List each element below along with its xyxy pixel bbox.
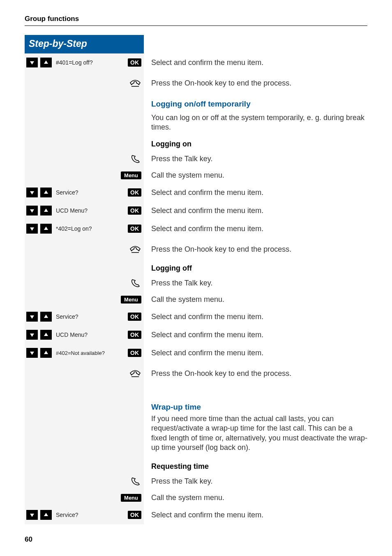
menu-item-label: UCD Menu?: [54, 331, 125, 338]
up-arrow-icon[interactable]: [40, 510, 52, 520]
left-row: [25, 473, 144, 489]
on-hook-icon[interactable]: [128, 245, 141, 254]
step-description: Press the Talk key.: [151, 154, 212, 164]
left-row: Service? OK: [25, 308, 144, 326]
step-description: Select and confirm the menu item.: [151, 510, 263, 520]
subsection-heading: Logging on/off temporarily: [151, 100, 251, 109]
step-description: Press the Talk key.: [151, 278, 212, 288]
two-column-layout: Step-by-Step #401=Log off? OK: [25, 35, 367, 524]
menu-item-label: UCD Menu?: [54, 207, 125, 214]
left-column: Step-by-Step #401=Log off? OK: [25, 35, 144, 524]
up-arrow-icon[interactable]: [40, 224, 52, 234]
step-description: Select and confirm the menu item.: [151, 206, 263, 215]
step-description: Call the system menu.: [151, 295, 224, 304]
menu-button[interactable]: Menu: [121, 296, 141, 303]
spacer: [25, 261, 144, 275]
step-by-step-title: Step-by-Step: [25, 35, 144, 53]
down-arrow-icon[interactable]: [26, 188, 38, 197]
talk-icon[interactable]: [128, 154, 141, 163]
step-description: Press the On-hook key to end the process…: [151, 79, 291, 88]
bold-heading: Requesting time: [151, 462, 209, 471]
page: Group functions Step-by-Step #401=Log of…: [0, 0, 392, 556]
section-header: Group functions: [25, 15, 367, 26]
menu-item-label: Service?: [54, 313, 125, 320]
left-row: *402=Log on? OK: [25, 220, 144, 238]
up-arrow-icon[interactable]: [40, 348, 52, 358]
talk-icon[interactable]: [128, 477, 141, 486]
talk-icon[interactable]: [128, 278, 141, 287]
on-hook-icon[interactable]: [128, 79, 141, 88]
step-description: Select and confirm the menu item.: [151, 312, 263, 322]
up-arrow-icon[interactable]: [40, 58, 52, 67]
left-row: Menu: [25, 489, 144, 506]
up-arrow-icon[interactable]: [40, 312, 52, 322]
up-arrow-icon[interactable]: [40, 188, 52, 197]
bold-heading: Logging off: [151, 264, 192, 273]
left-row: #402=Not available? OK: [25, 344, 144, 362]
menu-item-label: #402=Not available?: [54, 350, 125, 356]
down-arrow-icon[interactable]: [26, 224, 38, 234]
subsection-heading: Wrap-up time: [151, 403, 201, 412]
down-arrow-icon[interactable]: [26, 510, 38, 520]
bold-heading: Logging on: [151, 140, 191, 148]
spacer: [25, 459, 144, 473]
left-row: Menu: [25, 167, 144, 183]
step-description: Press the On-hook key to end the process…: [151, 245, 291, 254]
left-row: Service? OK: [25, 506, 144, 524]
menu-button[interactable]: Menu: [121, 494, 141, 502]
spacer: [25, 113, 144, 137]
ok-button[interactable]: OK: [128, 331, 141, 339]
step-description: Select and confirm the menu item.: [151, 348, 263, 358]
right-column: Select and confirm the menu item. Press …: [144, 35, 367, 524]
left-row: UCD Menu? OK: [25, 202, 144, 220]
down-arrow-icon[interactable]: [26, 348, 38, 358]
left-row: UCD Menu? OK: [25, 326, 144, 344]
down-arrow-icon[interactable]: [26, 330, 38, 340]
ok-button[interactable]: OK: [128, 58, 141, 67]
left-row: [25, 238, 144, 261]
paragraph: You can log on or off at the system temp…: [151, 113, 367, 132]
left-row: [25, 275, 144, 291]
up-arrow-icon[interactable]: [40, 330, 52, 340]
menu-item-label: Service?: [54, 512, 125, 518]
menu-item-label: #401=Log off?: [54, 59, 125, 66]
up-arrow-icon[interactable]: [40, 206, 52, 215]
page-number: 60: [25, 535, 32, 544]
ok-button[interactable]: OK: [128, 349, 141, 357]
left-row: Menu: [25, 291, 144, 308]
left-row: [25, 151, 144, 167]
menu-item-label: *402=Log on?: [54, 225, 125, 232]
step-description: Call the system menu.: [151, 493, 224, 503]
step-description: Select and confirm the menu item.: [151, 330, 263, 340]
on-hook-icon[interactable]: [128, 369, 141, 378]
ok-button[interactable]: OK: [128, 511, 141, 519]
spacer: [25, 414, 144, 459]
step-description: Call the system menu.: [151, 171, 224, 180]
spacer: [25, 137, 144, 151]
step-description: Press the Talk key.: [151, 477, 212, 486]
left-row: [25, 362, 144, 385]
ok-button[interactable]: OK: [128, 225, 141, 233]
menu-button[interactable]: Menu: [121, 171, 141, 179]
down-arrow-icon[interactable]: [26, 58, 38, 67]
left-row: Service? OK: [25, 183, 144, 202]
left-row: #401=Log off? OK: [25, 53, 144, 72]
left-row: [25, 72, 144, 95]
spacer: [25, 95, 144, 113]
paragraph: If you need more time than the actual ca…: [151, 414, 367, 453]
step-description: Press the On-hook key to end the process…: [151, 369, 291, 378]
ok-button[interactable]: OK: [128, 188, 141, 197]
spacer: [151, 35, 367, 54]
spacer: [25, 385, 144, 414]
menu-item-label: Service?: [54, 189, 125, 196]
down-arrow-icon[interactable]: [26, 206, 38, 215]
step-description: Select and confirm the menu item.: [151, 224, 263, 234]
ok-button[interactable]: OK: [128, 206, 141, 215]
step-description: Select and confirm the menu item.: [151, 188, 263, 197]
step-description: Select and confirm the menu item.: [151, 58, 263, 67]
ok-button[interactable]: OK: [128, 313, 141, 321]
down-arrow-icon[interactable]: [26, 312, 38, 322]
